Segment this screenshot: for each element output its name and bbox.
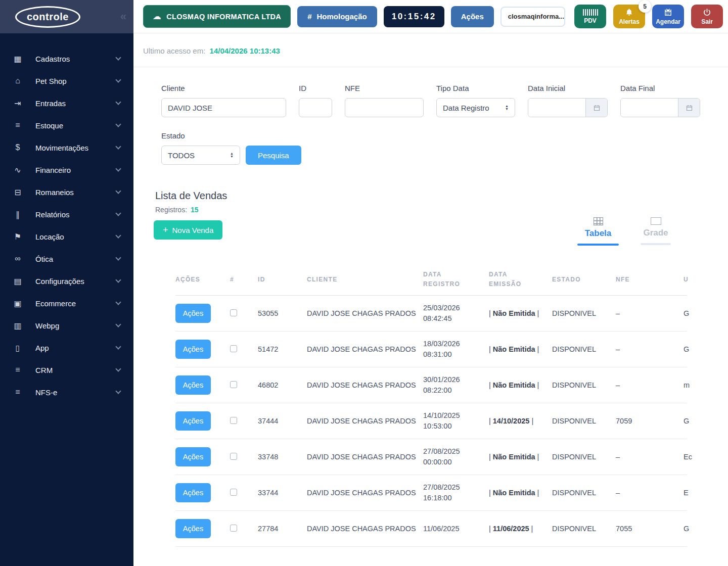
data-final-calendar-button[interactable] bbox=[678, 99, 700, 117]
row-acoes-button[interactable]: Ações bbox=[175, 375, 211, 395]
tab-grade[interactable]: Grade bbox=[635, 217, 676, 246]
sidebar-item-label: Locação bbox=[35, 232, 116, 241]
sidebar-item[interactable]: ≡ CRM bbox=[0, 359, 133, 381]
tab-tabela[interactable]: Tabela bbox=[577, 217, 619, 246]
registro-time: 08:42:45 bbox=[423, 313, 489, 324]
chevron-down-icon bbox=[115, 299, 121, 305]
cell-data-registro: 30/01/2026 08:22:00 bbox=[423, 374, 489, 396]
row-acoes-button[interactable]: Ações bbox=[175, 447, 211, 466]
company-button-label: CLOSMAQ INFORMATICA LTDA bbox=[166, 13, 281, 21]
table-row: Ações 33748 DAVID JOSE CHAGAS PRADOS 27/… bbox=[175, 439, 687, 475]
environment-button[interactable]: # Homologação bbox=[297, 6, 377, 27]
chevron-down-icon bbox=[115, 210, 121, 216]
sidebar-item[interactable]: ▦ Cadastros bbox=[0, 48, 133, 70]
sidebar-item[interactable]: ▯ App bbox=[0, 337, 133, 359]
lines-icon: ≡ bbox=[12, 365, 23, 374]
id-input[interactable] bbox=[299, 98, 332, 117]
cell-id: 46802 bbox=[258, 381, 307, 389]
estado-field: Estado TODOS ▲▼ bbox=[161, 131, 240, 165]
pesquisa-button[interactable]: Pesquisa bbox=[246, 146, 301, 165]
table-header-row: AÇÕES # ID CLIENTE DATA REGISTRO DATA EM… bbox=[175, 263, 687, 296]
table-row: Ações 33744 DAVID JOSE CHAGAS PRADOS 27/… bbox=[175, 475, 687, 511]
company-button[interactable]: ☁ CLOSMAQ INFORMATICA LTDA bbox=[143, 5, 291, 28]
data-inicial-input[interactable] bbox=[528, 99, 585, 117]
row-checkbox[interactable] bbox=[230, 345, 237, 352]
sidebar-item[interactable]: ∿ Financeiro bbox=[0, 159, 133, 181]
sidebar-item[interactable]: ⇥ Entradas bbox=[0, 92, 133, 114]
cell-data-registro: 27/08/2025 00:00:00 bbox=[423, 446, 489, 467]
data-inicial-field: Data Inicial bbox=[528, 84, 608, 117]
sidebar-item[interactable]: ∞ Ótica bbox=[0, 248, 133, 270]
row-acoes-button[interactable]: Ações bbox=[175, 519, 211, 538]
sidebar-item[interactable]: ≡ NFS-e bbox=[0, 381, 133, 403]
estado-label: Estado bbox=[161, 131, 240, 140]
table-body: Ações 53055 DAVID JOSE CHAGAS PRADOS 25/… bbox=[175, 296, 687, 547]
sidebar-item-label: Pet Shop bbox=[35, 77, 116, 85]
sidebar-nav: ▦ Cadastros ⌂ Pet Shop ⇥ Entradas ≡ Esto… bbox=[0, 33, 133, 403]
nfe-input[interactable] bbox=[345, 98, 424, 117]
chevron-down-icon bbox=[115, 344, 121, 349]
sair-button[interactable]: Sair bbox=[691, 5, 723, 28]
sidebar-item[interactable]: ≡ Estoque bbox=[0, 114, 133, 136]
registro-time: 10:53:00 bbox=[423, 421, 489, 432]
cell-usuario: G bbox=[684, 417, 689, 425]
sidebar-item[interactable]: ⌂ Pet Shop bbox=[0, 70, 133, 92]
calendar-icon bbox=[593, 104, 601, 112]
calendar-icon bbox=[664, 8, 672, 17]
row-checkbox[interactable] bbox=[230, 525, 237, 532]
estado-select[interactable]: TODOS ▲▼ bbox=[161, 146, 240, 165]
sidebar-item-label: NFS-e bbox=[35, 388, 116, 397]
stock-lines-icon: ≡ bbox=[12, 121, 23, 130]
row-acoes-button[interactable]: Ações bbox=[175, 340, 211, 359]
cell-cliente: DAVID JOSE CHAGAS PRADOS bbox=[307, 525, 423, 533]
company-search-input[interactable]: closmaqinforma... bbox=[500, 7, 565, 27]
registro-date: 27/08/2025 bbox=[423, 482, 489, 493]
row-checkbox[interactable] bbox=[230, 417, 237, 424]
cell-estado: DISPONIVEL bbox=[552, 489, 616, 497]
row-checkbox[interactable] bbox=[230, 453, 237, 460]
sidebar-item[interactable]: ⊟ Romaneios bbox=[0, 181, 133, 203]
sidebar-item[interactable]: ∥ Relatórios bbox=[0, 203, 133, 225]
alerts-button[interactable]: 5 Alertas bbox=[613, 5, 645, 28]
data-inicial-calendar-button[interactable] bbox=[585, 99, 607, 117]
header-actions-button[interactable]: Ações bbox=[451, 6, 494, 27]
sidebar-item[interactable]: ⚑ Locação bbox=[0, 225, 133, 248]
plus-icon: + bbox=[163, 225, 168, 235]
registro-time: 16:18:00 bbox=[423, 493, 489, 503]
row-checkbox[interactable] bbox=[230, 381, 237, 388]
registro-date: 25/03/2026 bbox=[423, 303, 489, 313]
sidebar-item-label: Relatórios bbox=[35, 210, 116, 219]
data-final-input[interactable] bbox=[621, 99, 678, 117]
collapse-sidebar-icon[interactable]: « bbox=[120, 10, 126, 23]
pdv-button[interactable]: PDV bbox=[574, 5, 606, 28]
col-usuario: U bbox=[684, 275, 689, 285]
last-access: Ultimo acesso em: 14/04/2026 10:13:43 bbox=[143, 46, 728, 55]
cell-nfe: 7059 bbox=[616, 417, 684, 425]
sidebar-item[interactable]: ▤ Configurações bbox=[0, 270, 133, 292]
registro-time: 00:00:00 bbox=[423, 457, 489, 467]
cell-data-emissao: 11/06/2025 bbox=[489, 525, 552, 533]
cell-usuario: G bbox=[684, 309, 689, 317]
glasses-icon: ∞ bbox=[12, 254, 23, 263]
row-acoes-button[interactable]: Ações bbox=[175, 304, 211, 323]
row-acoes-button[interactable]: Ações bbox=[175, 483, 211, 502]
sidebar-item-label: Financeiro bbox=[35, 166, 116, 174]
nova-venda-button[interactable]: + Nova Venda bbox=[154, 220, 222, 240]
sidebar-item[interactable]: ▥ Webpg bbox=[0, 314, 133, 337]
sidebar-item[interactable]: $ Movimentações bbox=[0, 136, 133, 159]
sidebar-item-label: Ótica bbox=[35, 255, 116, 263]
cliente-input[interactable] bbox=[161, 98, 286, 117]
col-nfe: NFE bbox=[616, 275, 684, 285]
tipo-data-select[interactable]: Data Registro ▲▼ bbox=[436, 98, 515, 117]
sidebar-item-label: Ecommerce bbox=[35, 299, 116, 308]
report-bars-icon: ∥ bbox=[12, 210, 23, 219]
cell-cliente: DAVID JOSE CHAGAS PRADOS bbox=[307, 381, 423, 389]
sidebar-item[interactable]: ▣ Ecommerce bbox=[0, 292, 133, 314]
row-acoes-button[interactable]: Ações bbox=[175, 411, 211, 431]
row-checkbox[interactable] bbox=[230, 489, 237, 496]
power-icon bbox=[703, 8, 711, 17]
agendar-button[interactable]: Agendar bbox=[652, 5, 684, 28]
table-row: Ações 46802 DAVID JOSE CHAGAS PRADOS 30/… bbox=[175, 367, 687, 403]
row-checkbox[interactable] bbox=[230, 309, 237, 316]
table-row: Ações 51472 DAVID JOSE CHAGAS PRADOS 18/… bbox=[175, 332, 687, 367]
